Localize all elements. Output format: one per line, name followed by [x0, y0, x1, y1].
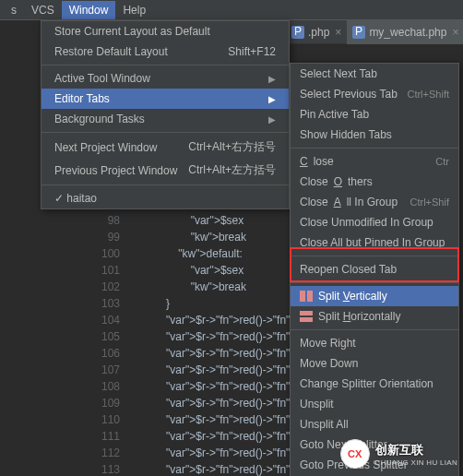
submenu-item[interactable]: Split Horizontally	[291, 306, 458, 327]
svg-text:P: P	[294, 26, 302, 38]
submenu-item[interactable]: Close Unmodified In Group	[291, 212, 458, 232]
submenu-item[interactable]: Close All In GroupCtrl+Shif	[291, 192, 458, 212]
watermark-logo: CX	[340, 439, 370, 469]
submenu-item[interactable]: Show Hidden Tabs	[291, 125, 458, 145]
submenu-item[interactable]: Unsplit All	[291, 414, 458, 434]
menu-item[interactable]: VCS	[24, 1, 62, 19]
svg-rect-4	[300, 291, 305, 302]
submenu-item[interactable]: Move Down	[291, 353, 458, 374]
php-file-icon: P	[352, 26, 365, 39]
submenu-item[interactable]: Close All but Pinned In Group	[291, 232, 458, 253]
menu-item[interactable]: Store Current Layout as Default	[42, 21, 289, 42]
menu-item[interactable]: s	[4, 1, 24, 19]
submenu-item[interactable]: Select Previous TabCtrl+Shift	[291, 84, 458, 104]
menu-item[interactable]: ✓ haitao	[42, 188, 289, 208]
php-file-icon: P	[291, 26, 304, 39]
submenu-item[interactable]: Move Right	[291, 333, 458, 353]
svg-rect-6	[300, 311, 313, 315]
submenu-item[interactable]: Reopen Closed Tab	[291, 259, 458, 280]
svg-rect-7	[300, 317, 313, 322]
editor-tab[interactable]: P .php ×	[286, 20, 347, 44]
menu-item-window[interactable]: Window	[62, 1, 116, 19]
submenu-item[interactable]: Unsplit	[291, 394, 458, 414]
submenu-item[interactable]: Pin Active Tab	[291, 104, 458, 125]
submenu-item[interactable]: CloseCtr	[291, 151, 458, 172]
svg-rect-5	[307, 291, 313, 302]
editor-tab[interactable]: P my_wechat.php ×	[347, 20, 463, 44]
menu-item-help[interactable]: Help	[115, 1, 153, 19]
tab-label: .php	[308, 26, 329, 39]
menubar: s VCS Window Help	[0, 0, 463, 20]
menu-item[interactable]: Active Tool Window▶	[42, 68, 289, 89]
menu-item[interactable]: Previous Project WindowCtrl+Alt+左方括号	[42, 159, 289, 182]
submenu-item[interactable]: Select Next Tab	[291, 64, 458, 84]
close-icon[interactable]: ×	[452, 26, 458, 39]
tab-label: my_wechat.php	[369, 26, 446, 39]
submenu-item[interactable]: Change Splitter Orientation	[291, 374, 458, 394]
close-icon[interactable]: ×	[335, 26, 341, 39]
watermark-sub: CHUANG XIN HU LIAN	[375, 458, 457, 467]
window-dropdown: Store Current Layout as DefaultRestore D…	[41, 20, 290, 209]
line-gutter: 9596979899100101102103104105106107108109…	[92, 162, 120, 476]
menu-item[interactable]: Background Tasks▶	[42, 109, 289, 129]
menu-item[interactable]: Editor Tabs▶	[42, 89, 289, 109]
submenu-item[interactable]: Close Others	[291, 172, 458, 192]
svg-text:P: P	[355, 26, 362, 38]
editor-tabs-submenu: Select Next TabSelect Previous TabCtrl+S…	[290, 63, 459, 476]
watermark-text: 创新互联	[375, 443, 423, 457]
submenu-item[interactable]: Split Vertically	[291, 286, 458, 306]
menu-item[interactable]: Next Project WindowCtrl+Alt+右方括号	[42, 136, 289, 159]
editor-tabbar: P .php × P my_wechat.php ×	[286, 20, 463, 44]
menu-item[interactable]: Restore Default LayoutShift+F12	[42, 42, 289, 62]
watermark: CX 创新互联 CHUANG XIN HU LIAN	[340, 439, 457, 469]
